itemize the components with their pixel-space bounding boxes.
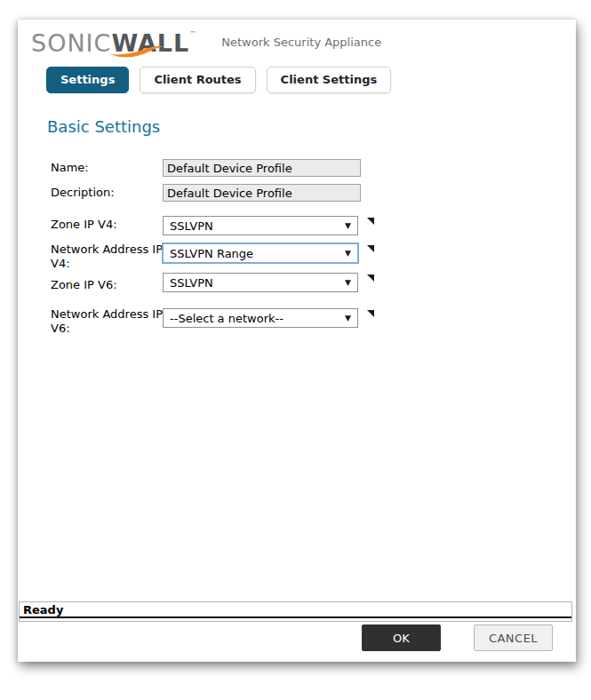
status-bar: Ready [19, 601, 572, 622]
network-address-ip-v4-select[interactable]: SSLVPN Range ▼ [163, 243, 358, 263]
ok-button[interactable]: OK [362, 624, 441, 651]
tab-bar: Settings Client Routes Client Settings [46, 67, 391, 93]
description-input[interactable] [163, 184, 361, 202]
zone-ip-v4-select[interactable]: SSLVPN ▼ [163, 216, 358, 235]
form-row-description: Decription: [51, 184, 361, 202]
name-input[interactable] [163, 159, 361, 177]
zone-ip-v6-label: Zone IP V6: [51, 273, 163, 292]
chevron-down-icon: ▼ [339, 221, 351, 230]
logo-text-sonic: SONIC [31, 29, 111, 57]
chevron-down-icon: ▼ [339, 249, 351, 258]
tab-client-settings[interactable]: Client Settings [267, 67, 392, 93]
header: SONICWALL™ Network Security Appliance [31, 28, 381, 59]
status-text: Ready [20, 602, 571, 618]
zone-ip-v6-select[interactable]: SSLVPN ▼ [163, 273, 358, 292]
tooltip-corner-icon [367, 245, 374, 252]
form-row-name: Name: [51, 159, 361, 177]
logo-swoosh-icon [108, 46, 165, 59]
network-address-ip-v6-label: Network Address IP V6: [51, 306, 163, 336]
network-address-ip-v6-selected-value: --Select a network-- [170, 312, 284, 325]
chevron-down-icon: ▼ [339, 278, 351, 287]
chevron-down-icon: ▼ [339, 314, 351, 322]
form-row-network-address-ip-v4: Network Address IP V4: SSLVPN Range ▼ [51, 241, 374, 271]
tooltip-corner-icon [367, 218, 374, 225]
cancel-button[interactable]: CANCEL [474, 624, 553, 651]
tooltip-corner-icon [367, 310, 374, 317]
zone-ip-v4-selected-value: SSLVPN [170, 219, 213, 233]
network-address-ip-v4-selected-value: SSLVPN Range [170, 247, 253, 260]
network-address-ip-v4-label: Network Address IP V4: [51, 241, 163, 271]
zone-ip-v4-label: Zone IP V4: [51, 216, 163, 232]
form-row-zone-ip-v4: Zone IP V4: SSLVPN ▼ [51, 216, 374, 235]
page-title: Basic Settings [47, 117, 160, 136]
name-label: Name: [51, 159, 163, 175]
product-name: Network Security Appliance [221, 36, 381, 49]
network-address-ip-v6-select[interactable]: --Select a network-- ▼ [163, 308, 358, 328]
tab-settings[interactable]: Settings [46, 67, 129, 93]
description-label: Decription: [51, 184, 163, 200]
sonicwall-logo: SONICWALL™ [31, 28, 197, 59]
tab-client-routes[interactable]: Client Routes [140, 67, 255, 93]
tooltip-corner-icon [367, 274, 374, 282]
trademark-symbol: ™ [189, 30, 197, 38]
device-profile-dialog: SONICWALL™ Network Security Appliance Se… [18, 20, 576, 662]
zone-ip-v6-selected-value: SSLVPN [170, 276, 213, 290]
form-row-zone-ip-v6: Zone IP V6: SSLVPN ▼ [51, 273, 374, 292]
status-spacer [20, 618, 571, 621]
form-row-network-address-ip-v6: Network Address IP V6: --Select a networ… [51, 306, 374, 336]
